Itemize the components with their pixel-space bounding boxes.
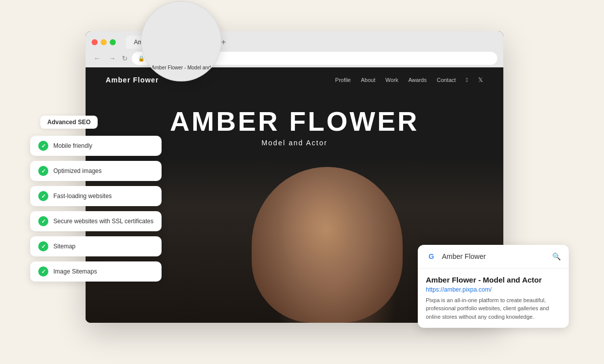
circle-zoom-content: Amber Flower - Model and [142, 2, 220, 80]
feature-card-optimized-images: ✓ Optimized images [30, 161, 162, 181]
check-icon-images: ✓ [38, 166, 48, 176]
feature-text-fast: Fast-loading websites [53, 193, 112, 200]
check-icon-mobile: ✓ [38, 141, 48, 151]
feature-text-sitemap: Sitemap [53, 243, 76, 250]
feature-card-fast-loading: ✓ Fast-loading websites [30, 186, 162, 206]
result-url[interactable]: https://amber.pixpa.com/ [426, 286, 561, 293]
nav-contact[interactable]: Contact [437, 77, 456, 83]
close-button[interactable] [92, 39, 98, 45]
reload-button[interactable]: ↻ [122, 54, 128, 62]
result-description: Pixpa is an all-in-one platform to creat… [426, 296, 561, 321]
seo-label: Advanced SEO [40, 116, 98, 129]
nav-profile[interactable]: Profile [335, 77, 351, 83]
google-logo: G [426, 251, 437, 262]
feature-text-images: Optimized images [53, 167, 102, 174]
feature-card-sitemap: ✓ Sitemap [30, 236, 162, 256]
feature-card-mobile-friendly: ✓ Mobile friendly [30, 136, 162, 156]
back-button[interactable]: ← [92, 53, 103, 63]
hero-title: AMBER FLOWER [86, 108, 503, 135]
nav-work[interactable]: Work [386, 77, 398, 83]
feature-text-ssl: Secure websites with SSL certificates [53, 218, 154, 225]
forward-button[interactable]: → [107, 53, 118, 63]
nav-about[interactable]: About [361, 77, 375, 83]
seo-label-text: Advanced SEO [47, 119, 91, 126]
site-logo: Amber Flower [106, 76, 159, 84]
main-scene: Amber Flower - Model and + ← → ↻ 🔒 https… [25, 11, 579, 353]
google-result: Amber Flower - Model and Actor https://a… [418, 268, 569, 328]
nav-awards[interactable]: Awards [408, 77, 426, 83]
feature-text-mobile: Mobile friendly [53, 142, 92, 149]
site-header: Amber Flower Profile About Work Awards C… [86, 67, 503, 93]
result-title: Amber Flower - Model and Actor [426, 276, 561, 284]
minimize-button[interactable] [101, 39, 107, 45]
check-icon-sitemap: ✓ [38, 241, 48, 251]
google-search-bar: G Amber Flower 🔍 [418, 245, 569, 268]
traffic-lights [92, 39, 116, 45]
feature-card-image-sitemaps: ✓ Image Sitemaps [30, 261, 162, 282]
site-navigation: Profile About Work Awards Contact  𝕏 [335, 76, 483, 83]
feature-card-ssl: ✓ Secure websites with SSL certificates [30, 211, 162, 231]
feature-text-image-sitemaps: Image Sitemaps [53, 268, 97, 275]
twitter-icon[interactable]: 𝕏 [478, 76, 483, 83]
fullscreen-button[interactable] [110, 39, 116, 45]
google-search-query: Amber Flower [442, 252, 547, 260]
google-search-card: G Amber Flower 🔍 Amber Flower - Model an… [418, 245, 569, 328]
check-icon-image-sitemaps: ✓ [38, 266, 48, 277]
instagram-icon[interactable]:  [466, 76, 468, 83]
check-icon-fast: ✓ [38, 191, 48, 201]
circle-zoom-overlay: Amber Flower - Model and [141, 1, 221, 81]
feature-cards-list: ✓ Mobile friendly ✓ Optimized images ✓ F… [30, 136, 162, 282]
check-icon-ssl: ✓ [38, 216, 48, 226]
google-search-icon: 🔍 [552, 252, 561, 260]
model-face [252, 167, 403, 323]
circle-tab-text: Amber Flower - Model and [152, 65, 211, 70]
